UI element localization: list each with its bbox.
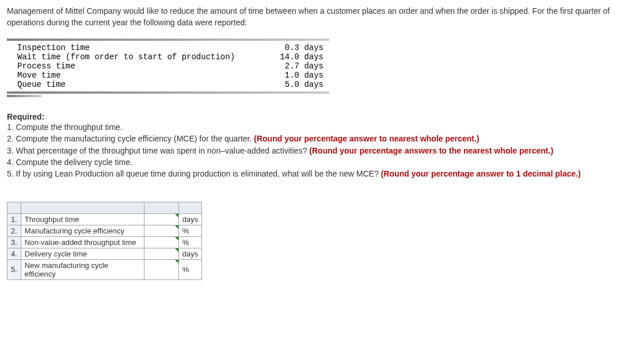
row-label: Manufacturing cycle efficiency (21, 225, 144, 236)
row-label: New manufacturing cycle efficiency (21, 259, 144, 279)
row-unit: % (178, 236, 201, 248)
answer-input[interactable] (144, 259, 178, 279)
cell-marker-icon (175, 237, 178, 240)
table-header (21, 202, 144, 213)
row-unit: days (178, 213, 201, 225)
data-value: 0.3 days (261, 43, 323, 52)
table-corner (7, 202, 21, 213)
cell-marker-icon (175, 248, 178, 252)
answer-input[interactable] (144, 248, 178, 259)
row-number: 1. (7, 213, 21, 225)
requirement-item: 1. Compute the throughput time. (7, 121, 629, 133)
row-number: 2. (7, 225, 21, 236)
table-row: 5. New manufacturing cycle efficiency % (7, 259, 202, 279)
table-row: 1. Throughput time days (7, 213, 202, 225)
answer-input[interactable] (144, 213, 178, 225)
data-label: Queue time (17, 80, 261, 89)
cell-marker-icon (175, 225, 178, 229)
table-header (144, 202, 178, 213)
data-label: Process time (17, 62, 261, 71)
row-unit: % (178, 225, 201, 236)
data-value: 5.0 days (261, 80, 323, 89)
data-value: 1.0 days (261, 71, 323, 80)
data-value: 14.0 days (261, 52, 323, 62)
cell-marker-icon (175, 214, 178, 217)
requirement-item: 4. Compute the delivery cycle time. (7, 156, 629, 168)
required-heading: Required: (7, 112, 629, 121)
requirement-item: 3. What percentage of the throughput tim… (7, 145, 629, 156)
given-data-block: Inspection time 0.3 days Wait time (from… (7, 39, 329, 97)
row-label: Throughput time (21, 213, 144, 225)
data-row: Wait time (from order to start of produc… (17, 52, 323, 62)
data-row: Queue time 5.0 days (17, 80, 323, 89)
table-row: 4. Delivery cycle time days (7, 248, 202, 259)
row-unit: days (178, 248, 201, 259)
row-number: 5. (7, 259, 21, 279)
table-row: 3. Non-value-added throughput time % (7, 236, 202, 248)
answer-input[interactable] (144, 236, 178, 248)
data-row: Inspection time 0.3 days (17, 43, 323, 52)
row-number: 4. (7, 248, 21, 259)
row-label: Delivery cycle time (21, 248, 144, 259)
cell-marker-icon (175, 260, 178, 263)
problem-intro: Management of Mittel Company would like … (7, 6, 629, 28)
row-label: Non-value-added throughput time (21, 236, 144, 248)
row-number: 3. (7, 236, 21, 248)
data-label: Wait time (from order to start of produc… (17, 52, 261, 62)
requirement-item: 2. Compute the manufacturing cycle effic… (7, 133, 629, 144)
data-label: Inspection time (17, 43, 261, 52)
data-row: Move time 1.0 days (17, 71, 323, 80)
row-unit: % (178, 259, 201, 279)
data-label: Move time (17, 71, 261, 80)
table-header (178, 202, 201, 213)
data-row: Process time 2.7 days (17, 62, 323, 71)
requirement-item: 5. If by using Lean Production all queue… (7, 168, 629, 179)
answer-input[interactable] (144, 225, 178, 236)
requirements-list: 1. Compute the throughput time. 2. Compu… (7, 121, 629, 179)
table-row: 2. Manufacturing cycle efficiency % (7, 225, 202, 236)
answer-table: 1. Throughput time days 2. Manufacturing… (7, 202, 202, 280)
data-value: 2.7 days (261, 62, 323, 71)
